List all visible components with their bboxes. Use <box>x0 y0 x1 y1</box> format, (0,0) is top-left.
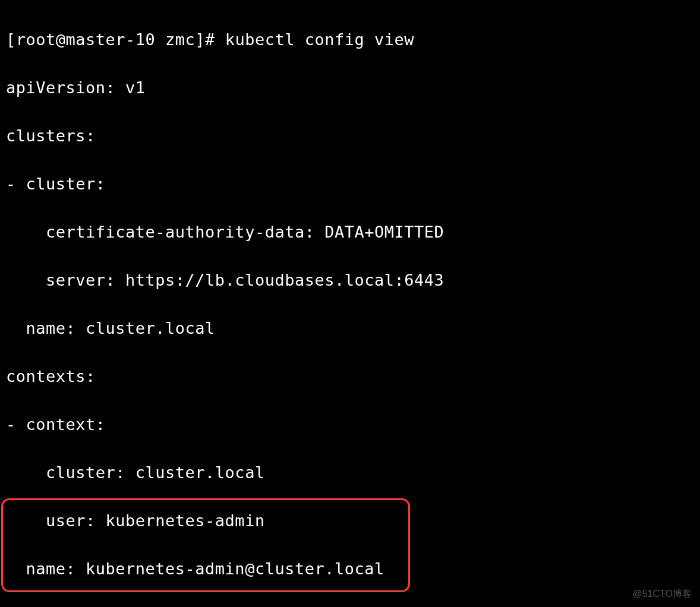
output-line: current-context: kubernetes-admin@cluste… <box>6 605 694 608</box>
output-line: clusters: <box>6 124 694 148</box>
output-line: cluster: cluster.local <box>6 461 694 485</box>
terminal-output[interactable]: [root@master-10 zmc]# kubectl config vie… <box>6 4 694 607</box>
output-line: name: cluster.local <box>6 317 694 341</box>
command-text: kubectl config view <box>225 30 414 49</box>
output-line: - context: <box>6 413 694 437</box>
output-line: user: kubernetes-admin <box>6 509 694 533</box>
shell-prompt: [root@master-10 zmc]# <box>6 30 225 49</box>
output-line: apiVersion: v1 <box>6 76 694 100</box>
output-line: contexts: <box>6 365 694 389</box>
output-line: server: https://lb.cloudbases.local:6443 <box>6 268 694 293</box>
output-line: name: kubernetes-admin@cluster.local <box>6 557 694 581</box>
watermark-text: @51CTO博客 <box>632 587 692 601</box>
output-line: - cluster: <box>6 172 694 197</box>
output-line: certificate-authority-data: DATA+OMITTED <box>6 220 694 245</box>
